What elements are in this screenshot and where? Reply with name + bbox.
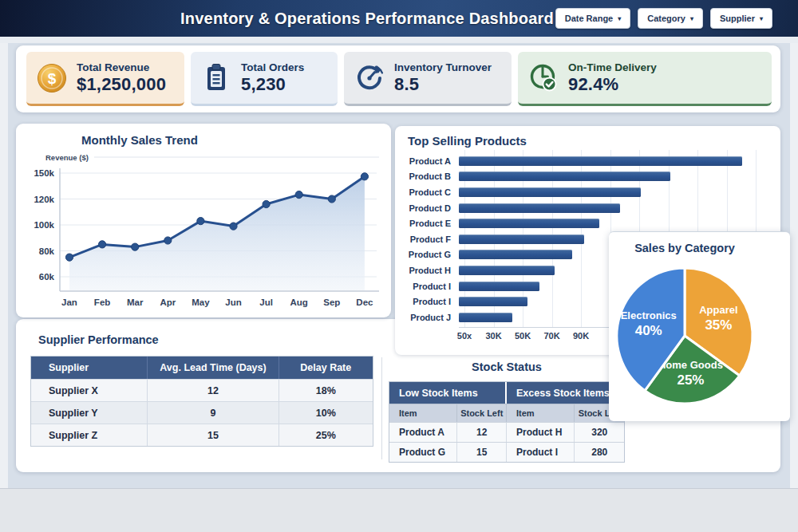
data-point-dec	[361, 173, 368, 180]
bar-product-a	[459, 156, 742, 166]
bar-category-label: Product C	[395, 187, 451, 197]
bar-row: Product A	[395, 153, 780, 169]
table-cell: Product G	[389, 443, 457, 462]
table-row: Product G15Product I280	[389, 442, 624, 462]
x-tick-label: Feb	[94, 298, 110, 307]
bar-row: Product E	[395, 215, 780, 231]
date-range-label: Date Range	[565, 14, 614, 23]
slice-percent: 35%	[705, 317, 732, 333]
table-row: Supplier Z1525%	[31, 424, 373, 446]
stock-status-title: Stock Status	[389, 361, 625, 373]
slice-percent: 25%	[677, 372, 704, 388]
bar-category-label: Product H	[395, 266, 451, 275]
y-tick-label: 80k	[39, 246, 55, 256]
table-row: Supplier X1218%	[31, 379, 373, 401]
header-filter-buttons: Date Range ▾ Category ▾ Supplier ▾	[555, 8, 772, 29]
footer-area	[0, 489, 798, 532]
bar-product-b	[459, 171, 670, 181]
table-cell: Product H	[507, 423, 575, 442]
group-header: Excess Stock Items	[507, 382, 624, 404]
data-point-jul	[263, 200, 270, 207]
slice-label: Electronics	[621, 309, 677, 321]
y-tick-label: 100k	[34, 220, 54, 230]
bar-category-label: Product I	[395, 282, 451, 291]
y-tick-label: 120k	[34, 195, 54, 204]
table-cell: 18%	[279, 380, 373, 401]
table-cell: 280	[575, 443, 624, 462]
x-tick-label: May	[192, 298, 210, 307]
date-range-button[interactable]: Date Range ▾	[555, 8, 631, 29]
supplier-button[interactable]: Supplier ▾	[710, 8, 772, 29]
x-tick-label: Apr	[160, 298, 176, 307]
kpi-value: 8.5	[394, 74, 492, 95]
bar-product-h	[459, 266, 555, 275]
bar-category-label: Product F	[395, 234, 451, 244]
bar-product-e	[459, 219, 599, 228]
bar-product-c	[459, 187, 641, 197]
monthly-sales-trend-chart: Revenue ($)150k120k100k80k60kJanFebMarAp…	[16, 124, 391, 317]
data-point-jun	[230, 223, 237, 230]
kpi-card-inventory-turnover: Inventory Turnover 8.5	[344, 52, 512, 106]
bar-row: Product D	[395, 200, 780, 216]
bar-category-label: Product G	[395, 250, 451, 259]
bar-product-f	[459, 234, 584, 244]
table-cell: 25%	[279, 424, 373, 446]
clock-check-icon	[527, 62, 559, 94]
kpi-card-total-orders: Total Orders 5,230	[191, 52, 338, 106]
kpi-label: Inventory Turnover	[394, 61, 492, 73]
y-tick-label: 60k	[39, 272, 55, 282]
dollar-coin-icon: $	[36, 62, 68, 94]
x-tick-label: 50x	[457, 331, 472, 341]
data-point-may	[197, 218, 204, 225]
group-header: Low Stock Items	[389, 382, 507, 404]
sub-column-header: Item	[507, 404, 575, 422]
x-tick-label: Dec	[356, 298, 373, 307]
data-point-aug	[295, 191, 302, 198]
monthly-sales-trend-panel: Monthly Sales Trend Revenue ($)150k120k1…	[16, 124, 391, 317]
table-cell: 12	[148, 380, 279, 401]
bar-product-i	[459, 297, 527, 306]
bar-category-label: Product A	[395, 156, 451, 166]
column-header: Supplier	[31, 357, 148, 379]
page-title: Inventory & Operations Performance Dashb…	[144, 0, 591, 37]
bar-product-i	[459, 282, 539, 291]
x-tick-label: Mar	[127, 298, 144, 307]
bar-category-label: Product I	[395, 297, 451, 306]
data-point-mar	[132, 243, 139, 250]
table-cell: 10%	[279, 402, 373, 424]
category-button[interactable]: Category ▾	[638, 8, 703, 29]
dashboard-page: Inventory & Operations Performance Dashb…	[0, 0, 798, 532]
kpi-card-total-revenue: $ Total Revenue $1,250,000	[26, 52, 184, 106]
x-tick-label: Jun	[225, 298, 241, 307]
table-row: Product A12Product H320	[389, 422, 624, 442]
kpi-value: 5,230	[241, 74, 304, 95]
kpi-value: $1,250,000	[77, 74, 166, 95]
clipboard-icon	[200, 62, 232, 94]
kpi-value: 92.4%	[568, 74, 657, 95]
bar-product-d	[459, 203, 620, 213]
table-cell: 12	[457, 423, 507, 442]
sub-column-header: Stock Left	[457, 404, 507, 422]
x-tick-label: 50K	[515, 331, 531, 341]
column-header: Delay Rate	[279, 357, 373, 379]
slice-label: Apparel	[699, 304, 737, 316]
bar-product-g	[459, 250, 572, 259]
sales-by-category-panel: Sales by Category Apparel35%Home Goods25…	[609, 231, 790, 421]
kpi-card-on-time-delivery: On-Time Delivery 92.4%	[518, 52, 772, 106]
bar-row: Product C	[395, 184, 780, 200]
vertical-divider	[381, 357, 382, 459]
kpi-label: Total Revenue	[77, 61, 166, 73]
x-tick-label: 90K	[573, 331, 589, 341]
x-tick-label: 30K	[485, 331, 501, 341]
table-cell: 15	[148, 424, 279, 446]
header-divider	[0, 37, 798, 43]
kpi-strip: $ Total Revenue $1,250,000 Total Orders …	[16, 45, 780, 112]
left-margin	[0, 43, 8, 488]
sub-column-header: Item	[389, 404, 457, 422]
svg-text:$: $	[48, 70, 57, 87]
data-point-sep	[328, 195, 335, 203]
table-header-row: SupplierAvg. Lead Time (Days)Delay Rate	[31, 357, 373, 379]
supplier-performance-table: SupplierAvg. Lead Time (Days)Delay RateS…	[30, 356, 373, 447]
x-tick-label: Jan	[61, 298, 77, 307]
chevron-down-icon: ▾	[760, 15, 763, 22]
